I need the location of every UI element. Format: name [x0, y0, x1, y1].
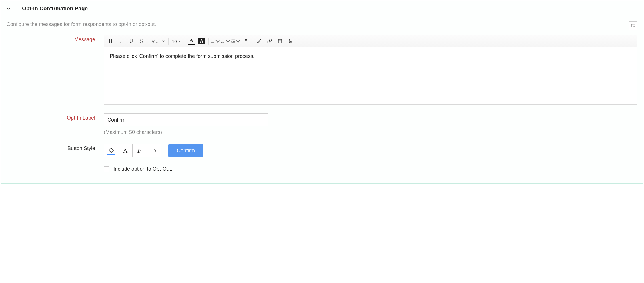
svg-point-25 [290, 41, 291, 42]
optin-confirmation-panel: Opt-In Confirmation Page Configure the m… [1, 1, 643, 184]
svg-point-27 [289, 42, 289, 43]
blockquote-button[interactable]: ” [241, 36, 251, 46]
optin-label-help: (Maximum 50 characters) [104, 129, 637, 135]
panel-description: Configure the messages for form responde… [7, 21, 637, 27]
toolbar-separator [253, 38, 253, 45]
panel-title: Opt-In Confirmation Page [16, 5, 88, 12]
highlight-color-icon: A [198, 38, 205, 44]
active-indicator [107, 154, 115, 155]
svg-point-23 [289, 40, 290, 41]
panel-body: Configure the messages for form responde… [1, 16, 643, 183]
font-family-select[interactable]: Ve… [150, 37, 167, 45]
chevron-down-icon [236, 39, 241, 44]
toolbar-separator [148, 38, 148, 45]
message-row: Message B I U S Ve… [7, 35, 637, 105]
chevron-down-icon [178, 40, 181, 43]
optin-label-row: Opt-In Label (Maximum 50 characters) [7, 113, 637, 135]
rich-text-editor: B I U S Ve… 10 [104, 35, 637, 105]
link-icon [267, 39, 272, 44]
options-button[interactable] [285, 36, 295, 46]
quote-icon: ” [245, 38, 247, 45]
paint-bucket-icon [108, 147, 115, 154]
font-size-button[interactable]: T T [147, 144, 161, 157]
align-button[interactable] [210, 36, 220, 46]
panel-header: Opt-In Confirmation Page [1, 1, 643, 16]
optout-row: Include option to Opt-Out. [7, 166, 637, 172]
italic-button[interactable]: I [116, 36, 126, 46]
spacer [7, 166, 104, 168]
collapse-toggle[interactable] [1, 1, 16, 16]
optout-checkbox[interactable] [104, 166, 109, 172]
button-style-label: Button Style [7, 144, 104, 151]
eraser-icon [257, 39, 262, 44]
editor-toolbar: B I U S Ve… 10 [104, 35, 637, 47]
insert-field-icon [631, 23, 635, 28]
underline-button[interactable]: U [126, 36, 136, 46]
indent-icon [231, 39, 235, 44]
fill-color-button[interactable] [104, 144, 118, 157]
text-color-icon: A [189, 38, 193, 43]
chevron-down-icon [162, 40, 165, 43]
highlight-color-button[interactable]: A [197, 36, 207, 46]
font-style-button[interactable]: F [133, 144, 147, 157]
svg-rect-0 [631, 24, 635, 27]
font-family-value: Ve… [152, 39, 161, 44]
svg-point-10 [221, 42, 222, 43]
bold-button[interactable]: B [106, 36, 115, 46]
font-color-button[interactable]: A [118, 144, 133, 157]
font-size-select[interactable]: 10 [170, 37, 183, 45]
insert-field-button[interactable] [629, 21, 637, 30]
optin-label-input[interactable] [104, 113, 268, 126]
text-color-button[interactable]: A [187, 36, 196, 46]
list-button[interactable] [221, 36, 230, 46]
indent-button[interactable] [231, 36, 241, 46]
strikethrough-button[interactable]: S [137, 36, 146, 46]
chevron-down-icon [215, 39, 220, 44]
table-button[interactable] [275, 36, 285, 46]
toolbar-separator [168, 38, 169, 45]
sliders-icon [288, 39, 293, 44]
optin-label-label: Opt-In Label [7, 113, 104, 121]
toolbar-separator [185, 38, 185, 45]
button-style-row: Button Style A F [7, 144, 637, 157]
link-button[interactable] [265, 36, 275, 46]
svg-text:T: T [152, 148, 155, 153]
optout-checkbox-label: Include option to Opt-Out. [113, 166, 172, 172]
font-size-value: 10 [172, 39, 177, 44]
svg-text:T: T [155, 150, 156, 153]
svg-point-8 [221, 40, 222, 40]
list-icon [221, 39, 225, 44]
message-label: Message [7, 35, 104, 43]
button-style-segmented: A F T T [104, 144, 161, 157]
preview-confirm-button[interactable]: Confirm [168, 144, 203, 157]
align-left-icon [210, 39, 215, 44]
svg-point-9 [221, 41, 222, 41]
text-color-indicator [188, 44, 195, 45]
toolbar-separator [208, 38, 209, 45]
chevron-down-icon [6, 6, 11, 11]
text-size-icon: T T [151, 147, 157, 154]
clear-format-button[interactable] [255, 36, 264, 46]
message-textarea[interactable]: Please click 'Confirm' to complete the f… [104, 47, 637, 104]
chevron-down-icon [226, 39, 230, 44]
table-icon [277, 39, 283, 44]
